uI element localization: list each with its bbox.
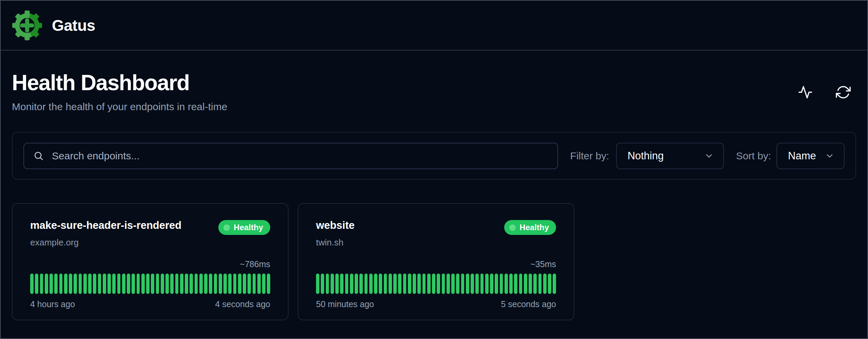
history-bar[interactable]	[127, 274, 130, 294]
history-bar[interactable]	[475, 274, 479, 294]
history-bar[interactable]	[529, 274, 532, 294]
history-bar[interactable]	[480, 274, 484, 294]
history-bar[interactable]	[219, 274, 222, 294]
history-bar[interactable]	[422, 274, 426, 294]
brand-home-link[interactable]: Gatus	[12, 10, 95, 41]
history-bar[interactable]	[214, 274, 217, 294]
history-bar[interactable]	[490, 274, 493, 294]
history-bar[interactable]	[199, 274, 203, 294]
history-bar[interactable]	[384, 274, 387, 294]
history-bar[interactable]	[389, 274, 392, 294]
history-bar[interactable]	[267, 274, 270, 294]
history-bar[interactable]	[253, 274, 256, 294]
history-bar[interactable]	[345, 274, 349, 294]
history-bar[interactable]	[98, 274, 101, 294]
history-bar[interactable]	[204, 274, 208, 294]
history-bar[interactable]	[233, 274, 237, 294]
history-bar[interactable]	[165, 274, 169, 294]
history-bar[interactable]	[223, 274, 227, 294]
history-bar[interactable]	[350, 274, 353, 294]
history-bar[interactable]	[461, 274, 465, 294]
history-bar[interactable]	[369, 274, 373, 294]
history-bar[interactable]	[359, 274, 363, 294]
history-bar[interactable]	[248, 274, 251, 294]
history-bar[interactable]	[137, 274, 140, 294]
history-bar[interactable]	[485, 274, 489, 294]
history-bar[interactable]	[524, 274, 527, 294]
history-bar[interactable]	[185, 274, 188, 294]
history-bar[interactable]	[538, 274, 542, 294]
history-bar[interactable]	[112, 274, 116, 294]
history-bar[interactable]	[321, 274, 324, 294]
history-bar[interactable]	[466, 274, 469, 294]
history-bar[interactable]	[209, 274, 212, 294]
history-bar[interactable]	[122, 274, 125, 294]
filter-dropdown[interactable]: Nothing	[616, 143, 724, 169]
history-bar[interactable]	[151, 274, 154, 294]
history-bar[interactable]	[451, 274, 455, 294]
endpoint-card[interactable]: website twin.sh Healthy ~35ms 50 minutes…	[298, 203, 574, 320]
history-bar[interactable]	[331, 274, 334, 294]
history-bar[interactable]	[364, 274, 368, 294]
sort-dropdown[interactable]: Name	[776, 143, 845, 169]
history-bar[interactable]	[175, 274, 179, 294]
history-bar[interactable]	[132, 274, 135, 294]
history-bar[interactable]	[403, 274, 407, 294]
history-bar[interactable]	[548, 274, 551, 294]
history-bar[interactable]	[83, 274, 87, 294]
history-bar[interactable]	[413, 274, 416, 294]
activity-toggle-button[interactable]	[797, 84, 813, 100]
history-bar[interactable]	[379, 274, 382, 294]
history-bar[interactable]	[355, 274, 358, 294]
history-bar[interactable]	[471, 274, 474, 294]
history-bar[interactable]	[195, 274, 198, 294]
history-bar[interactable]	[88, 274, 92, 294]
history-bar[interactable]	[533, 274, 537, 294]
history-bar[interactable]	[326, 274, 329, 294]
history-bar[interactable]	[79, 274, 82, 294]
history-bar[interactable]	[432, 274, 435, 294]
history-bar[interactable]	[141, 274, 145, 294]
history-bar[interactable]	[316, 274, 319, 294]
history-bar[interactable]	[543, 274, 547, 294]
history-bar[interactable]	[500, 274, 503, 294]
history-bar[interactable]	[64, 274, 67, 294]
history-bar[interactable]	[146, 274, 150, 294]
history-bar[interactable]	[393, 274, 397, 294]
history-bar[interactable]	[35, 274, 38, 294]
history-bar[interactable]	[374, 274, 377, 294]
history-bar[interactable]	[103, 274, 106, 294]
history-bar[interactable]	[456, 274, 459, 294]
history-bar[interactable]	[54, 274, 58, 294]
history-bar[interactable]	[553, 274, 556, 294]
history-bar[interactable]	[262, 274, 265, 294]
history-bar[interactable]	[50, 274, 53, 294]
history-bar[interactable]	[340, 274, 343, 294]
history-bar[interactable]	[495, 274, 498, 294]
history-bar[interactable]	[427, 274, 431, 294]
search-input[interactable]	[52, 150, 548, 162]
history-bar[interactable]	[161, 274, 164, 294]
history-bar[interactable]	[398, 274, 401, 294]
history-bar[interactable]	[509, 274, 513, 294]
history-bar[interactable]	[442, 274, 445, 294]
history-bar[interactable]	[40, 274, 43, 294]
history-bar[interactable]	[180, 274, 183, 294]
history-bar[interactable]	[335, 274, 339, 294]
history-bar[interactable]	[228, 274, 232, 294]
history-bar[interactable]	[417, 274, 421, 294]
history-bar[interactable]	[107, 274, 111, 294]
history-bar[interactable]	[505, 274, 508, 294]
history-bar[interactable]	[69, 274, 72, 294]
history-bar[interactable]	[30, 274, 34, 294]
history-bar[interactable]	[243, 274, 246, 294]
history-bar[interactable]	[514, 274, 517, 294]
history-bar[interactable]	[257, 274, 261, 294]
history-bar[interactable]	[447, 274, 450, 294]
endpoint-card[interactable]: make-sure-header-is-rendered example.org…	[12, 203, 289, 320]
history-bar[interactable]	[408, 274, 411, 294]
history-bar[interactable]	[117, 274, 121, 294]
history-bar[interactable]	[93, 274, 96, 294]
history-bar[interactable]	[74, 274, 77, 294]
history-bar[interactable]	[45, 274, 48, 294]
